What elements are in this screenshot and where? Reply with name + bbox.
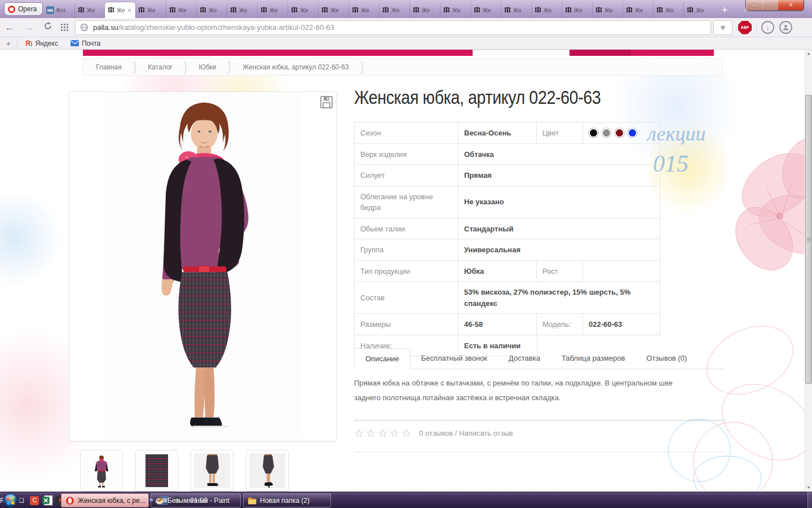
browser-tab[interactable]: Же bbox=[135, 2, 166, 18]
browser-tab[interactable]: Же bbox=[653, 2, 683, 18]
pink-flower-icon bbox=[688, 117, 812, 298]
spec-value: 53% вискоза, 27% полиэстер, 15% шерсть, … bbox=[458, 282, 660, 313]
start-button[interactable] bbox=[3, 493, 18, 508]
spec-label: Размеры bbox=[355, 314, 458, 335]
site-search-button[interactable] bbox=[571, 50, 631, 56]
ccleaner-icon[interactable]: C bbox=[30, 496, 39, 505]
reload-button[interactable] bbox=[38, 21, 58, 33]
tab-label: Же bbox=[513, 7, 522, 14]
site-search-input[interactable] bbox=[473, 50, 570, 56]
product-tabs: ОписаниеБесплатный звонокДоставкаТаблица… bbox=[354, 348, 723, 369]
tab-Доставка[interactable]: Доставка bbox=[498, 348, 551, 369]
scrollbar-thumb[interactable] bbox=[805, 95, 812, 384]
people-favicon-icon bbox=[138, 6, 145, 14]
url-text[interactable]: palla.su/katalog/zhenskie-yubki-optom/zh… bbox=[93, 23, 334, 32]
browser-tab[interactable]: Же bbox=[440, 2, 470, 18]
browser-tab[interactable]: Же bbox=[683, 2, 714, 18]
reload-icon bbox=[43, 21, 52, 30]
browser-tab[interactable]: Же bbox=[196, 2, 227, 18]
minimize-button[interactable]: – bbox=[746, 0, 762, 10]
excel-pinned-icon[interactable] bbox=[42, 494, 54, 506]
breadcrumb-item[interactable]: Главная bbox=[92, 63, 125, 71]
address-bar[interactable]: palla.su/katalog/zhenskie-yubki-optom/zh… bbox=[75, 20, 711, 35]
rating-stars[interactable]: ☆☆☆☆☆ bbox=[354, 427, 413, 440]
product-image-card[interactable] bbox=[69, 91, 337, 441]
thumb-skirt-side[interactable] bbox=[246, 450, 289, 492]
scroll-down-icon[interactable]: ▼ bbox=[805, 484, 812, 492]
browser-tab[interactable]: NNФот bbox=[44, 2, 74, 18]
tab-Бесплатный звонок[interactable]: Бесплатный звонок bbox=[411, 348, 498, 369]
taskbar-button[interactable]: Безымянный - Paint bbox=[151, 493, 241, 507]
floppy-save-icon[interactable] bbox=[320, 95, 333, 109]
people-favicon-icon bbox=[260, 6, 268, 14]
browser-tab[interactable]: Же bbox=[288, 2, 318, 18]
browser-tab[interactable]: Же bbox=[470, 2, 501, 18]
opera-menu-button[interactable]: Opera bbox=[4, 2, 43, 16]
tab-Отзывов (0)[interactable]: Отзывов (0) bbox=[636, 348, 698, 369]
browser-tab[interactable]: Же bbox=[379, 2, 409, 18]
page-viewport: лекции 015 Главная⟩Каталог⟩Юбки⟩Женская … bbox=[0, 50, 812, 492]
browser-tab[interactable]: Же bbox=[227, 2, 257, 18]
spec-value: Не указано bbox=[458, 186, 660, 218]
browser-toolbar: ← → palla.su/katalog/zhenskie-yubki-opto… bbox=[0, 18, 812, 37]
browser-tab[interactable]: Же bbox=[623, 2, 653, 18]
color-swatch[interactable] bbox=[589, 128, 598, 138]
bookmark-item-mail[interactable]: Почта bbox=[70, 40, 100, 47]
spec-value: Обтачка bbox=[458, 144, 660, 165]
browser-tab[interactable]: Же bbox=[562, 2, 592, 18]
browser-tab[interactable]: Же bbox=[348, 2, 379, 18]
scroll-up-icon[interactable]: ▲ bbox=[805, 50, 812, 58]
browser-tab[interactable]: Же bbox=[501, 2, 531, 18]
browser-tab[interactable]: Же bbox=[318, 2, 348, 18]
browser-tab[interactable]: Же bbox=[166, 2, 196, 18]
color-swatch[interactable] bbox=[615, 128, 624, 138]
show-desktop-button[interactable] bbox=[807, 492, 812, 508]
downloads-button[interactable]: ↓ bbox=[761, 21, 774, 34]
spec-row: Обьем талииСтандартный bbox=[354, 218, 660, 240]
bookmark-item-yandex[interactable]: Я⟩Яндекс bbox=[25, 40, 58, 47]
taskbar-button[interactable]: Новая папка (2) bbox=[243, 493, 331, 507]
spec-row: Тип продукцииЮбкаРост bbox=[354, 261, 660, 282]
bookmark-label: Почта bbox=[82, 40, 100, 47]
display-icon[interactable]: ❑ bbox=[17, 496, 26, 505]
color-swatch[interactable] bbox=[628, 128, 637, 138]
page-scrollbar[interactable]: ▲ ▼ bbox=[805, 50, 812, 492]
browser-titlebar: Opera NNФотЖеЖе×ЖеЖеЖеЖеЖеЖеЖеЖеЖеЖеЖеЖе… bbox=[0, 0, 812, 18]
thumb-fabric-swatch[interactable] bbox=[135, 450, 178, 492]
breadcrumb-chevron-icon: ⟩ bbox=[352, 58, 372, 76]
thumb-model-full[interactable] bbox=[80, 450, 123, 492]
bookmark-heart-icon[interactable]: ♥ bbox=[713, 20, 732, 35]
tab-Таблица размеров[interactable]: Таблица размеров bbox=[551, 348, 636, 369]
write-review-link[interactable]: Написать отзыв bbox=[459, 429, 513, 437]
tab-close-icon[interactable]: × bbox=[127, 7, 131, 14]
browser-tab[interactable]: Же bbox=[409, 2, 440, 18]
breadcrumb-item[interactable]: Женская юбка, артикул 022-60-63 bbox=[239, 63, 352, 71]
tab-Описание[interactable]: Описание bbox=[354, 348, 411, 369]
breadcrumb-item[interactable]: Каталог bbox=[144, 63, 176, 71]
dotted-separator bbox=[354, 420, 724, 421]
breadcrumb-item[interactable]: Юбки bbox=[196, 63, 220, 71]
browser-tab[interactable]: Же× bbox=[105, 2, 135, 18]
back-button[interactable]: ← bbox=[0, 22, 19, 33]
forward-button[interactable]: → bbox=[19, 22, 38, 33]
browser-tab[interactable]: Же bbox=[257, 2, 288, 18]
window-controls: – ▫ × bbox=[745, 0, 804, 11]
browser-tab[interactable]: Же bbox=[74, 2, 105, 18]
speed-dial-icon[interactable] bbox=[61, 24, 68, 31]
flower-decor-icon bbox=[0, 191, 62, 287]
mail-icon bbox=[70, 40, 79, 46]
add-bookmark-button[interactable]: + bbox=[0, 38, 17, 48]
spec-row: СезонВесна-ОсеньЦвет bbox=[354, 122, 660, 144]
tab-strip: NNФотЖеЖе×ЖеЖеЖеЖеЖеЖеЖеЖеЖеЖеЖеЖеЖеЖеЖе… bbox=[44, 2, 714, 18]
browser-tab[interactable]: Же bbox=[592, 2, 623, 18]
adblock-abp-icon[interactable]: ABP bbox=[738, 21, 752, 34]
taskbar-button[interactable]: Женская юбка, с ре... bbox=[61, 493, 149, 507]
account-avatar-button[interactable] bbox=[779, 21, 792, 34]
people-favicon-icon bbox=[290, 6, 298, 14]
color-swatch[interactable] bbox=[602, 128, 611, 138]
close-button[interactable]: × bbox=[778, 0, 804, 10]
thumb-skirt-front[interactable] bbox=[191, 450, 233, 492]
maximize-button[interactable]: ▫ bbox=[762, 0, 778, 10]
new-tab-button[interactable]: + bbox=[716, 3, 733, 17]
browser-tab[interactable]: Же bbox=[531, 2, 562, 18]
